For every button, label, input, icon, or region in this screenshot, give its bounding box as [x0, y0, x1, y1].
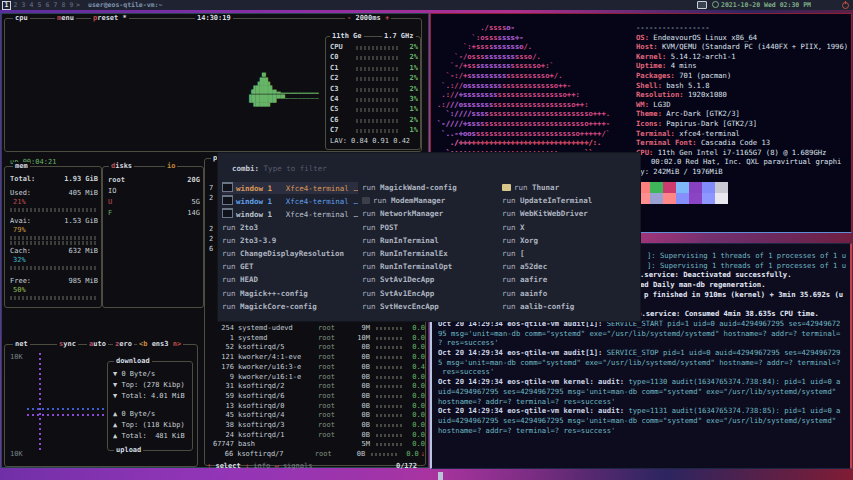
scroll-down-icon[interactable]: ↓ — [421, 450, 425, 460]
rofi-entry[interactable]: run aainfo — [502, 288, 638, 300]
info-value: 11th Gen Intel i7-1165G7 (8) @ 1.689GHz — [658, 148, 827, 157]
rofi-entry-label: 2to3 — [240, 223, 258, 232]
rofi-entry[interactable]: run 2to3 — [222, 222, 358, 234]
rofi-mode: run — [362, 249, 380, 258]
net-panel-title: net — [13, 340, 30, 349]
menu-button[interactable]: menu — [55, 14, 76, 23]
process-row[interactable]: 38ksoftirqd/3root0B0.0 — [207, 421, 425, 431]
rofi-entry[interactable]: run ModemManager — [362, 195, 498, 207]
rofi-entry[interactable]: run RunInTerminalOpt — [362, 261, 498, 273]
process-row[interactable]: 254systemd-udevdroot9M0.0 — [207, 324, 425, 334]
rofi-entry[interactable]: run [ — [502, 248, 638, 260]
journal-line-text: ? res=success' — [438, 338, 499, 347]
process-row[interactable]: 176kworker/u16:3-eroot0B0.4 — [207, 363, 425, 373]
workspace-button-2[interactable]: 2 — [12, 0, 19, 10]
rofi-entry[interactable]: run MagickCore-config — [222, 301, 358, 313]
process-row[interactable]: 13ksoftirqd/0root0B0.0 — [207, 402, 425, 412]
process-meter — [376, 395, 404, 398]
journal-line-text: type=1131 audit(1634765374.738:85): pid=… — [628, 406, 840, 415]
rofi-entry[interactable]: run Xorg — [502, 235, 638, 247]
net-auto-toggle[interactable]: auto — [87, 340, 108, 349]
process-row[interactable]: 24ksoftirqd/1root0B0.0 — [207, 431, 425, 441]
upload-stat-row: ▲ Total: 481 KiB — [113, 431, 185, 442]
rofi-entry[interactable]: window 1 Xfce4-terminal … — [222, 195, 358, 207]
process-row[interactable]: 31ksoftirqd/2root0B0.0 — [207, 382, 425, 392]
workspace-button-9[interactable]: 9 — [68, 0, 75, 10]
workspace-button-1[interactable]: 1 — [2, 1, 11, 10]
systray-icon[interactable] — [697, 1, 707, 11]
rofi-entry[interactable]: run ChangeDisplayResolution — [222, 248, 358, 260]
process-row[interactable]: 45ksoftirqd/4root0B0.0 — [207, 411, 425, 421]
proc-footer-keys[interactable]: ↑ select ↓ info ↵ signals — [207, 462, 312, 470]
proc-partial-pid: 6 — [209, 245, 213, 254]
process-row[interactable]: 59ksoftirqd/6root0B0.0 — [207, 392, 425, 402]
rofi-entry-label: Thunar — [532, 183, 559, 192]
rofi-entry[interactable]: run UpdateInTerminal — [502, 195, 638, 207]
rofi-entry[interactable]: run GET — [222, 261, 358, 273]
rofi-entry[interactable]: run SvtAv1DecApp — [362, 274, 498, 286]
rofi-entry[interactable]: run MagickWand-config — [362, 182, 498, 194]
power-icon[interactable] — [842, 1, 849, 11]
rofi-mode: run — [222, 236, 240, 245]
net-zero-toggle[interactable]: zero — [113, 340, 134, 349]
process-mem: 0B — [348, 363, 370, 373]
rofi-entry-label: HEAD — [240, 275, 258, 284]
disks-panel: disks io root20G IO U5G F14G — [102, 166, 204, 308]
process-meter — [376, 414, 404, 417]
journal-line: ? res=success' — [438, 338, 848, 348]
core-meter — [356, 129, 398, 133]
mem-label: Avai: — [10, 217, 31, 225]
cpu-freq: 1.7 GHz — [382, 32, 416, 41]
rofi-entry[interactable]: run NetworkManager — [362, 208, 498, 220]
rofi-launcher: combi: Type to filter window 1 Xfce4-ter… — [218, 153, 640, 321]
process-user — [318, 440, 348, 450]
interval-control[interactable]: - 2000ms + — [345, 14, 391, 23]
process-name: ksoftirqd/0 — [238, 402, 318, 412]
rofi-mode: run — [502, 209, 520, 218]
rofi-entry-label: window 1 — [236, 184, 272, 193]
process-row[interactable]: 121kworker/4:1-everoot0B0.0 — [207, 353, 425, 363]
process-cpu: 0.0 — [404, 343, 425, 353]
rofi-entry[interactable]: run POST — [362, 222, 498, 234]
process-row[interactable]: 67747bash5M0.0 — [207, 440, 425, 450]
process-meter — [376, 366, 404, 369]
process-row[interactable]: 52ksoftirqd/5root0B0.0 — [207, 343, 425, 353]
rofi-entry[interactable]: run aafire — [502, 274, 638, 286]
process-row[interactable]: 9kworker/u16:1-eroot0B0.0 — [207, 373, 425, 383]
clock-widget[interactable]: 2021-10-20 Wed 02:30 PM — [712, 0, 811, 10]
mem-panel: mem Total:1.93 GiB Used:405 MiB21%Avai:1… — [4, 166, 102, 308]
process-name: systemd-udevd — [238, 324, 318, 334]
rofi-entry[interactable]: run X — [502, 222, 638, 234]
rofi-entry[interactable]: run SvtHevcEncApp — [362, 301, 498, 313]
process-list: 254systemd-udevdroot9M0.01systemdroot10M… — [207, 324, 425, 460]
workspace-button-6[interactable]: 6 — [44, 0, 51, 10]
workspace-button-8[interactable]: 8 — [60, 0, 67, 10]
process-row[interactable]: 66ksoftirqd/7root0B0.0↓ — [207, 450, 425, 460]
net-interface-selector[interactable]: <b ens3 n> — [137, 340, 183, 349]
workspace-button-3[interactable]: 3 — [20, 0, 27, 10]
rofi-entry[interactable]: run RunInTerminal — [362, 235, 498, 247]
rofi-entry[interactable]: run 2to3-3.9 — [222, 235, 358, 247]
preset-button[interactable]: preset * — [91, 14, 129, 23]
net-sync-toggle[interactable]: sync — [57, 340, 78, 349]
rofi-entry[interactable]: run aalib-config — [502, 301, 638, 313]
rofi-entry-label: RunInTerminalEx — [380, 249, 448, 258]
rofi-input[interactable]: Type to filter — [264, 164, 327, 173]
rofi-entry[interactable]: window 1 Xfce4-terminal … — [222, 208, 358, 220]
process-row[interactable]: 1systemdroot10M0.0 — [207, 334, 425, 344]
rofi-entry[interactable]: run WebKitWebDriver — [502, 208, 638, 220]
rofi-entry[interactable]: run HEAD — [222, 274, 358, 286]
rofi-prompt-row[interactable]: combi: Type to filter — [232, 163, 327, 175]
rofi-entry[interactable]: run SvtAv1EncApp — [362, 288, 498, 300]
workspace-button-7[interactable]: 7 — [52, 0, 59, 10]
rofi-entry[interactable]: window 1 Xfce4-terminal … — [222, 182, 358, 194]
workspace-button-5[interactable]: 5 — [36, 0, 43, 10]
rofi-entry[interactable]: run a52dec — [502, 261, 638, 273]
process-mem: 0B — [348, 402, 370, 412]
rofi-entry[interactable]: run Magick++-config — [222, 288, 358, 300]
rofi-entry[interactable]: run RunInTerminalEx — [362, 248, 498, 260]
mem-meter — [10, 296, 98, 300]
process-mem: 0B — [348, 421, 370, 431]
rofi-entry[interactable]: run Thunar — [502, 182, 638, 194]
workspace-button-4[interactable]: 4 — [28, 0, 35, 10]
